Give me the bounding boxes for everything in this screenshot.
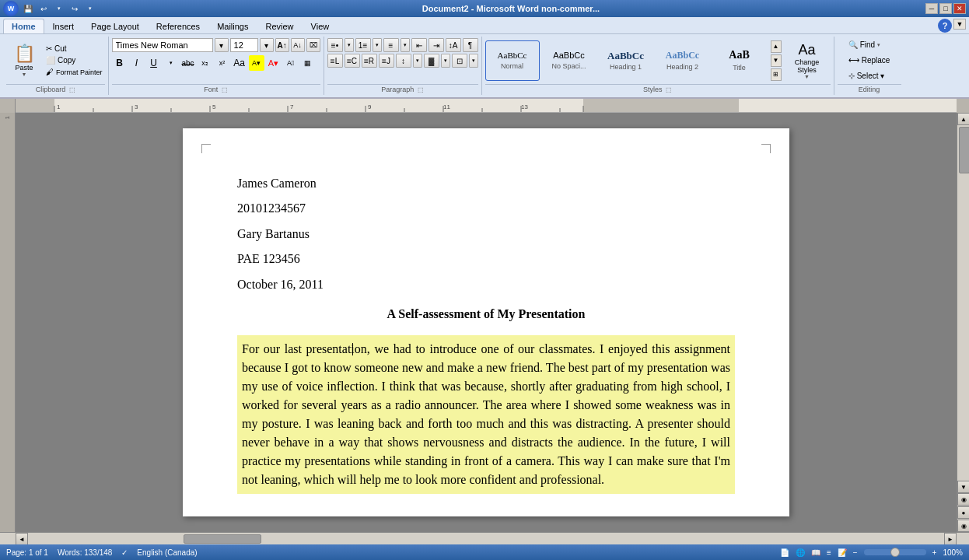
align-right-btn[interactable]: ≡R [362, 54, 377, 68]
sort-btn[interactable]: ↕A [446, 38, 461, 52]
tab-home[interactable]: Home [3, 19, 44, 33]
align-center-btn[interactable]: ≡C [345, 54, 360, 68]
change-case-btn[interactable]: Aa [232, 55, 247, 71]
style-normal[interactable]: AaBbCc Normal [485, 40, 540, 81]
style-title[interactable]: AaB Title [712, 40, 767, 81]
styles-scroll-up[interactable]: ▲ [771, 40, 782, 53]
hscroll-track[interactable] [28, 533, 944, 544]
clear-format-btn[interactable]: ⌧ [306, 38, 320, 52]
text-effects-btn[interactable]: A⃝ [283, 55, 299, 71]
hscroll-thumb[interactable] [184, 534, 261, 544]
hscroll-right-btn[interactable]: ► [944, 533, 957, 545]
underline-button[interactable]: U [146, 55, 162, 71]
quick-more-btn[interactable]: ▾ [84, 2, 96, 15]
grow-font-btn[interactable]: A↑ [275, 38, 289, 52]
language[interactable]: English (Canada) [137, 548, 197, 557]
change-styles-button[interactable]: Aa ChangeStyles ▼ [784, 40, 831, 81]
quick-save-btn[interactable]: 💾 [22, 2, 34, 15]
highlight-btn[interactable]: A▾ [249, 55, 264, 71]
select-button[interactable]: ⊹ Select ▾ [845, 69, 894, 82]
zoom-slider[interactable] [864, 549, 926, 555]
strikethrough-button[interactable]: abc [180, 55, 196, 71]
scroll-thumb[interactable] [959, 127, 969, 173]
font-name-input[interactable] [112, 38, 213, 52]
font-name-dropdown[interactable]: ▾ [215, 38, 229, 52]
superscript-button[interactable]: x² [215, 55, 230, 71]
line-spacing-btn[interactable]: ↕ [396, 54, 411, 68]
app-icon[interactable]: W [3, 1, 19, 16]
view-web-btn[interactable]: 🌐 [796, 548, 805, 557]
show-formatting-btn[interactable]: ¶ [463, 38, 478, 52]
align-justify-btn[interactable]: ≡J [379, 54, 394, 68]
spell-check-icon[interactable]: ✓ [121, 548, 128, 557]
font-size-input[interactable] [230, 38, 258, 52]
doc-body[interactable]: For our last presentation, we had to int… [237, 335, 735, 494]
view-normal-btn[interactable]: 📄 [780, 548, 789, 557]
zoom-thumb[interactable] [890, 548, 900, 557]
style-heading1[interactable]: AaBbCc Heading 1 [599, 40, 653, 81]
view-draft-btn[interactable]: 📝 [838, 548, 847, 557]
next-page-btn[interactable]: ◉ [957, 520, 969, 532]
font-expand[interactable]: ⬚ [222, 86, 228, 93]
zoom-in-btn[interactable]: + [932, 548, 937, 557]
close-btn[interactable]: ✕ [953, 3, 966, 14]
vertical-scrollbar[interactable]: ▲ ▼ ◉ ● ◉ [957, 113, 969, 532]
format-painter-button[interactable]: 🖌 Format Painter [44, 67, 105, 77]
select-browse-btn[interactable]: ● [957, 506, 969, 519]
scroll-up-btn[interactable]: ▲ [957, 113, 969, 125]
tab-view[interactable]: View [303, 19, 338, 33]
tab-review[interactable]: Review [257, 19, 302, 33]
subscript-button[interactable]: x₂ [198, 55, 213, 71]
align-left-btn[interactable]: ≡L [327, 54, 343, 68]
bullets-btn[interactable]: ≡• [327, 38, 343, 52]
char-shading-btn[interactable]: ▦ [300, 55, 316, 71]
paste-button[interactable]: 📋 Paste ▼ [6, 40, 42, 81]
borders-btn[interactable]: ⊡ [452, 54, 467, 68]
numbering-dropdown[interactable]: ▾ [373, 38, 382, 52]
shading-dropdown[interactable]: ▾ [441, 54, 450, 68]
find-button[interactable]: 🔍 Find ▾ [845, 38, 894, 51]
tab-mailings[interactable]: Mailings [208, 19, 257, 33]
zoom-level[interactable]: 100% [943, 548, 963, 557]
line-spacing-dropdown[interactable]: ▾ [413, 54, 422, 68]
scroll-track[interactable] [957, 125, 969, 481]
bold-button[interactable]: B [112, 55, 128, 71]
view-outline-btn[interactable]: ≡ [827, 548, 831, 557]
increase-indent-btn[interactable]: ⇥ [429, 38, 444, 52]
numbering-btn[interactable]: 1≡ [355, 38, 371, 52]
tab-references[interactable]: References [148, 19, 208, 33]
minimize-btn[interactable]: ─ [925, 3, 938, 14]
italic-button[interactable]: I [129, 55, 145, 71]
para-expand[interactable]: ⬚ [418, 86, 424, 93]
shrink-font-btn[interactable]: A↓ [291, 38, 305, 52]
style-heading2[interactable]: AaBbCc Heading 2 [656, 40, 710, 81]
clipboard-expand[interactable]: ⬚ [69, 86, 75, 93]
borders-dropdown[interactable]: ▾ [469, 54, 478, 68]
quick-undo-btn[interactable]: ↩ [37, 2, 50, 15]
shading-btn[interactable]: ▓ [424, 54, 439, 68]
quick-undo-arrow[interactable]: ▾ [53, 2, 65, 15]
underline-dropdown[interactable]: ▾ [163, 55, 179, 71]
copy-button[interactable]: ⬜ Copy [44, 55, 105, 65]
prev-page-btn[interactable]: ◉ [957, 493, 969, 506]
restore-btn[interactable]: □ [939, 3, 952, 14]
tab-page-layout[interactable]: Page Layout [82, 19, 148, 33]
multilevel-btn[interactable]: ≡ [383, 38, 399, 52]
font-size-dropdown[interactable]: ▾ [260, 38, 274, 52]
bullets-dropdown[interactable]: ▾ [345, 38, 354, 52]
styles-expand[interactable]: ⊞ [771, 68, 782, 81]
tab-insert[interactable]: Insert [44, 19, 83, 33]
quick-redo-btn[interactable]: ↪ [68, 2, 81, 15]
multilevel-dropdown[interactable]: ▾ [401, 38, 410, 52]
replace-button[interactable]: ⟷ Replace [845, 54, 894, 67]
view-reading-btn[interactable]: 📖 [811, 548, 820, 557]
hscroll-left-btn[interactable]: ◄ [16, 533, 28, 545]
ribbon-toggle-btn[interactable]: ▼ [953, 19, 966, 30]
scroll-down-btn[interactable]: ▼ [957, 481, 969, 493]
styles-scroll-down[interactable]: ▼ [771, 54, 782, 67]
font-color-btn[interactable]: A▾ [266, 55, 282, 71]
style-nospacing[interactable]: AaBbCc No Spaci... [542, 40, 596, 81]
zoom-out-btn[interactable]: − [853, 548, 858, 557]
help-btn[interactable]: ? [938, 19, 952, 33]
cut-button[interactable]: ✂ Cut [44, 44, 105, 54]
